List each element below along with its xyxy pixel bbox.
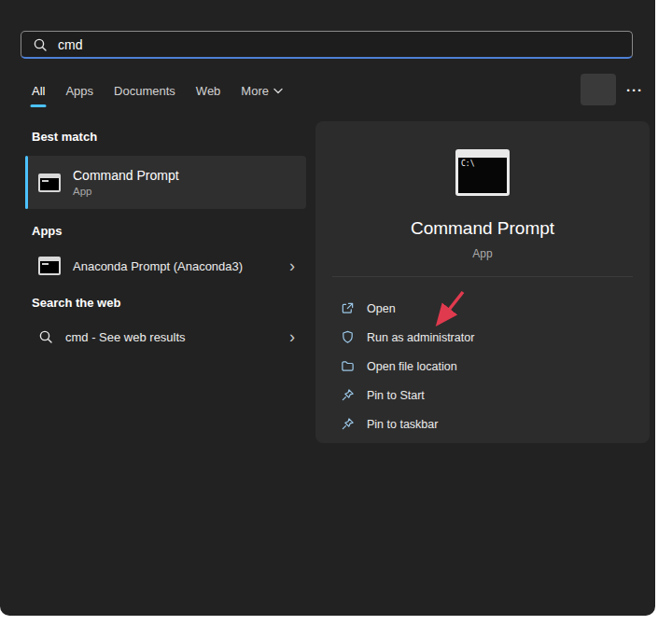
result-subtitle: App [73, 186, 179, 197]
action-pin-to-taskbar[interactable]: Pin to taskbar [315, 410, 650, 438]
result-command-prompt[interactable]: Command Prompt App [25, 156, 306, 209]
search-icon [33, 37, 48, 52]
search-input[interactable]: cmd [21, 31, 633, 59]
action-run-as-administrator[interactable]: Run as administrator [315, 323, 650, 352]
section-heading-best-match: Best match [32, 130, 97, 144]
search-flyout: cmd All Apps Documents Web More [0, 0, 655, 616]
search-query: cmd [58, 37, 82, 52]
toolbar-button-backplate [581, 74, 616, 105]
result-label: Anaconda Prompt (Anaconda3) [73, 259, 243, 273]
result-title: Command Prompt [73, 168, 179, 184]
result-anaconda-prompt[interactable]: Anaconda Prompt (Anaconda3) › [25, 245, 306, 286]
action-pin-to-start[interactable]: Pin to Start [315, 381, 650, 410]
pin-icon [341, 388, 355, 402]
section-heading-apps: Apps [32, 224, 63, 238]
tab-apps[interactable]: Apps [65, 84, 93, 107]
tab-all[interactable]: All [32, 84, 45, 107]
divider [332, 276, 633, 277]
selection-accent-bar [25, 156, 28, 209]
chevron-right-icon[interactable]: › [289, 328, 295, 345]
command-prompt-icon [38, 174, 61, 192]
windows-search: cmd All Apps Documents Web More [0, 0, 672, 625]
action-open-file-location[interactable]: Open file location [315, 352, 650, 381]
tab-documents[interactable]: Documents [114, 84, 175, 107]
preview-title: Command Prompt [411, 218, 554, 239]
result-web-search[interactable]: cmd - See web results › [25, 316, 306, 357]
action-list: Open Run as administrator Open file loca… [315, 294, 650, 438]
more-options-button[interactable]: ··· [620, 80, 650, 101]
search-filter-tabs: All Apps Documents Web More [32, 84, 283, 107]
search-icon [38, 329, 53, 344]
chevron-right-icon[interactable]: › [289, 257, 295, 274]
open-icon [341, 301, 355, 315]
anaconda-prompt-icon [38, 257, 61, 275]
tab-web[interactable]: Web [196, 84, 221, 107]
cmd-prompt-text: C:\ [461, 160, 474, 168]
annotation-arrow [427, 289, 474, 334]
tab-more[interactable]: More [241, 84, 283, 107]
folder-icon [341, 359, 355, 373]
command-prompt-icon-large: C:\ [455, 149, 510, 196]
preview-subtitle: App [472, 247, 492, 260]
result-label: cmd - See web results [65, 330, 186, 344]
chevron-down-icon [273, 88, 283, 94]
section-heading-search-the-web: Search the web [32, 296, 120, 310]
preview-pane: C:\ Command Prompt App Open [315, 121, 650, 443]
action-open[interactable]: Open [315, 294, 650, 323]
shield-icon [341, 330, 355, 344]
pin-icon [341, 417, 355, 431]
